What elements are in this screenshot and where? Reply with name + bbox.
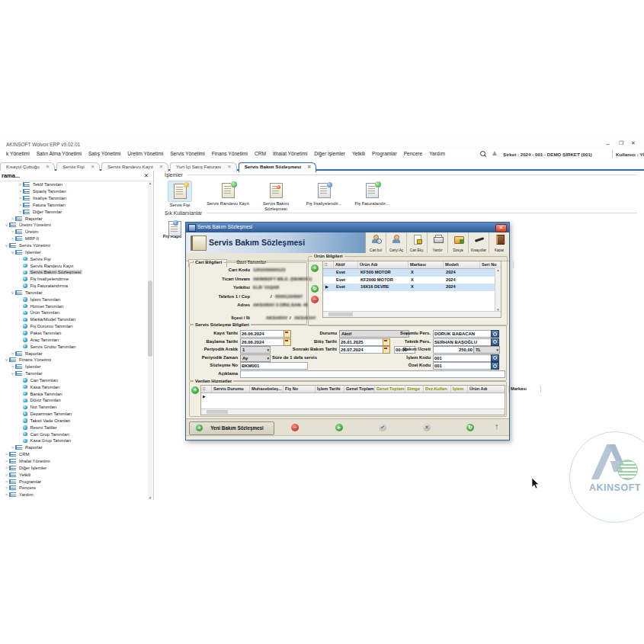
tree-item-label[interactable]: Fiş Durumu Tanımları: [29, 324, 75, 328]
tab-close-icon[interactable]: ✕: [46, 164, 50, 169]
tree-item-label[interactable]: Üretim Yönetimi: [18, 223, 53, 227]
chevron-right-icon[interactable]: >: [10, 236, 15, 241]
column-header[interactable]: Modeli: [444, 261, 480, 268]
column-header[interactable]: ∷: [201, 386, 212, 392]
confirm-button[interactable]: ✔: [379, 424, 386, 431]
menu-item-pencere[interactable]: Pencere: [404, 151, 423, 156]
menu-item-finans-yönetimi[interactable]: Finans Yönetimi: [212, 151, 248, 156]
tree-item[interactable]: >Diğer İşlemler: [0, 464, 147, 471]
tree-item[interactable]: vTanımlar: [0, 290, 147, 296]
grid-cell[interactable]: Evet: [334, 284, 358, 291]
menu-item-crm[interactable]: CRM: [255, 151, 266, 156]
chevron-right-icon[interactable]: >: [4, 492, 9, 497]
tree-item-label[interactable]: Banka Tanımları: [29, 392, 64, 396]
tree-item[interactable]: >Pencere: [0, 485, 147, 492]
tree-item[interactable]: Ürün Tanımları: [0, 309, 147, 316]
scrollbar-thumb[interactable]: [148, 280, 152, 357]
tab-close-icon[interactable]: ✕: [227, 164, 231, 169]
tree-item[interactable]: Resmi Tatiller: [0, 424, 147, 431]
tree-item-label[interactable]: Finans Yönetimi: [18, 357, 53, 362]
tree-item[interactable]: >Yetkili: [0, 471, 147, 478]
shortcut-contract-doc[interactable]: Servis Bakım Sözleşmesi: [255, 181, 297, 211]
tree-item[interactable]: Banka Tanımları: [0, 390, 147, 397]
teknik-pers-input[interactable]: SERHAN BAŞOĞLU: [433, 338, 492, 346]
user-label[interactable]: Kullanıcı : YÖNETİCİ: [616, 152, 644, 157]
add-product-button[interactable]: +: [311, 264, 319, 272]
chevron-right-icon[interactable]: >: [4, 473, 9, 477]
column-header[interactable]: Markası: [509, 386, 541, 392]
tree-item[interactable]: Fiş Durumu Tanımları: [0, 323, 147, 330]
column-header[interactable]: Muhasebeleş...: [250, 386, 284, 392]
shortcut-dispatch-doc[interactable]: Fiş İrsaliyelendir...: [303, 181, 345, 211]
refresh-button[interactable]: ↻: [466, 424, 474, 431]
menu-item-satış-yönetimi[interactable]: Satış Yönetimi: [88, 151, 120, 156]
tree-item[interactable]: >Raporlar: [0, 444, 147, 451]
dialog-titlebar[interactable]: Servis Bakım Sözleşmesi ✕: [186, 223, 509, 232]
grid-cell[interactable]: Evet: [334, 277, 358, 284]
tree-item-label[interactable]: Hizmet Tanımları: [29, 304, 66, 309]
grid-cell[interactable]: KF500 MOTOR: [358, 269, 409, 277]
document-tab[interactable]: Servis Bakım Sözleşmesi✕: [239, 162, 317, 172]
tree-item-label[interactable]: Pencere: [18, 485, 37, 490]
tree-item-label[interactable]: Fiş Faturalandırma: [29, 284, 69, 288]
chevron-right-icon[interactable]: >: [18, 196, 23, 200]
scrollbar-thumb[interactable]: [207, 410, 228, 414]
tree-item-label[interactable]: İşlemler: [24, 364, 43, 369]
grid-cell[interactable]: X: [409, 284, 444, 291]
close-button[interactable]: ✕: [631, 140, 636, 146]
tree-item-label[interactable]: Servis Grubu Tanımları: [29, 344, 78, 349]
grid-cell[interactable]: KF2000 MOTOR: [358, 277, 409, 284]
aciklama-input[interactable]: [240, 370, 505, 378]
tree-item-label[interactable]: Üretim: [24, 229, 40, 234]
column-header[interactable]: Dvz.Kullan: [424, 386, 451, 392]
sidebar-search-text[interactable]: rama...: [2, 172, 20, 179]
toolbar-button-kısayollar[interactable]: Kısayollar: [469, 232, 489, 253]
tree-item[interactable]: >İthalat Yönetimi: [0, 458, 147, 465]
tree-item[interactable]: Döviz Tanımları: [0, 397, 147, 404]
toolbar-button-dosya[interactable]: Dosya: [448, 232, 469, 253]
sozlesme-no-input[interactable]: BKM001: [240, 362, 308, 370]
column-header[interactable]: Fiş No: [284, 386, 316, 392]
lookup-icon[interactable]: [491, 330, 499, 338]
column-header[interactable]: Servis Durumu: [212, 386, 250, 392]
tree-item[interactable]: İşlem Tanımları: [0, 296, 147, 303]
grid-cell[interactable]: 16X16 DEVRE: [358, 284, 409, 291]
tree-item[interactable]: Taksit Vade Oranları: [0, 418, 147, 425]
column-header[interactable]: Ürün Adı: [358, 261, 409, 268]
tree-item-label[interactable]: Marka/Model Tanımları: [29, 317, 78, 322]
tree-item-label[interactable]: İşlemler: [24, 250, 43, 255]
menu-item-yardım[interactable]: Yardım: [429, 151, 445, 156]
tree-item[interactable]: Servis Grubu Tanımları: [0, 343, 147, 350]
toolbar-button-kapat[interactable]: ×Kapat: [489, 232, 509, 253]
cancel-button[interactable]: ✕: [423, 424, 431, 431]
tree-item[interactable]: Kasa Grup Tanımları: [0, 437, 147, 444]
chevron-right-icon[interactable]: >: [10, 216, 15, 221]
company-label[interactable]: Şirket : 2024 - 001 - DEMO ŞİRKET (001): [503, 152, 592, 157]
tree-item[interactable]: vÜretim Yönetimi: [0, 222, 147, 229]
tree-item[interactable]: Fiş İrsaliyelendirme: [0, 276, 147, 283]
tree-item[interactable]: vİşlemler: [0, 248, 147, 255]
column-header[interactable]: İşlem Tarihi: [316, 386, 344, 392]
tree-item-label[interactable]: Taksit Vade Oranları: [29, 418, 72, 423]
search-icon[interactable]: [480, 151, 485, 156]
tree-item-label[interactable]: Teklif Tanımları: [31, 182, 64, 187]
add-service-button[interactable]: +: [191, 386, 199, 394]
forward-button[interactable]: ▸: [335, 424, 343, 431]
tree-item-label[interactable]: Raporlar: [24, 216, 44, 221]
refresh-product-button[interactable]: ↻: [311, 285, 319, 293]
sonraki-bakim-input[interactable]: 26.07.2024: [339, 346, 384, 354]
tab-close-icon[interactable]: ✕: [91, 164, 95, 169]
column-header[interactable]: Aktif: [334, 261, 358, 268]
grid-cell[interactable]: Evet: [334, 269, 358, 277]
tree-item[interactable]: Kasa Tanımları: [0, 383, 147, 390]
chevron-right-icon[interactable]: >: [4, 479, 9, 484]
para-birimi-select[interactable]: TL: [473, 346, 500, 354]
menu-item-i̇thalat-yönetimi[interactable]: İthalat Yönetimi: [273, 151, 307, 156]
shortcut-service-doc[interactable]: Servis Fişi: [159, 181, 201, 211]
menu-item-diğer-i̇şlemler[interactable]: Diğer İşlemler: [314, 151, 345, 156]
tree-item[interactable]: >Programlar: [0, 478, 147, 485]
urun-grid-hscrollbar[interactable]: [323, 311, 501, 317]
tree-item-label[interactable]: Ürün Tanımları: [29, 310, 62, 315]
tree-item[interactable]: Servis Fişi: [0, 255, 147, 262]
tree-item[interactable]: >İrsaliye Tanımları: [0, 195, 147, 202]
